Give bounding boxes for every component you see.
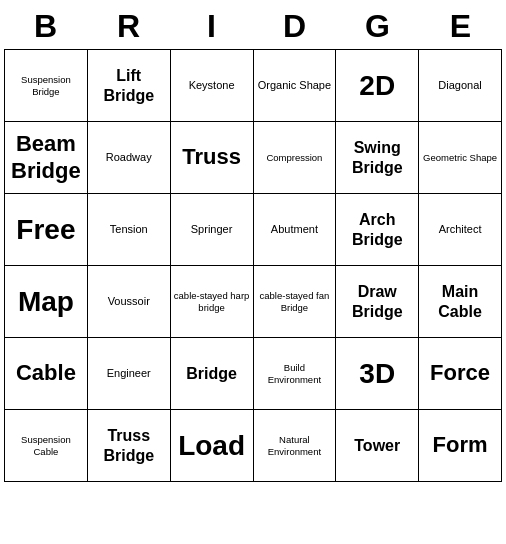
bingo-cell: Engineer <box>88 338 171 410</box>
cell-label: 2D <box>359 69 395 103</box>
cell-label: Force <box>430 360 490 386</box>
bingo-header: BRIDGE <box>4 4 502 49</box>
bingo-cell: Springer <box>171 194 254 266</box>
bingo-cell: Truss <box>171 122 254 194</box>
cell-label: Arch Bridge <box>339 210 415 248</box>
bingo-cell: Abutment <box>254 194 337 266</box>
header-B: B <box>4 4 87 49</box>
bingo-cell: 2D <box>336 50 419 122</box>
cell-label: cable-stayed fan Bridge <box>257 290 333 313</box>
cell-label: Voussoir <box>108 295 150 308</box>
cell-label: Map <box>18 285 74 319</box>
cell-label: Springer <box>191 223 233 236</box>
cell-label: Suspension Cable <box>8 434 84 457</box>
cell-label: Swing Bridge <box>339 138 415 176</box>
bingo-cell: Suspension Cable <box>5 410 88 482</box>
bingo-cell: Tension <box>88 194 171 266</box>
bingo-cell: Voussoir <box>88 266 171 338</box>
bingo-cell: Build Environment <box>254 338 337 410</box>
cell-label: Form <box>433 432 488 458</box>
cell-label: Roadway <box>106 151 152 164</box>
bingo-cell: Geometric Shape <box>419 122 502 194</box>
bingo-cell: Natural Environment <box>254 410 337 482</box>
bingo-cell: Tower <box>336 410 419 482</box>
bingo-cell: Suspension Bridge <box>5 50 88 122</box>
bingo-cell: Free <box>5 194 88 266</box>
header-D: D <box>253 4 336 49</box>
header-R: R <box>87 4 170 49</box>
bingo-cell: cable-stayed fan Bridge <box>254 266 337 338</box>
cell-label: cable-stayed harp bridge <box>174 290 250 313</box>
cell-label: Abutment <box>271 223 318 236</box>
cell-label: Tension <box>110 223 148 236</box>
bingo-cell: Force <box>419 338 502 410</box>
bingo-cell: Diagonal <box>419 50 502 122</box>
header-I: I <box>170 4 253 49</box>
cell-label: Keystone <box>189 79 235 92</box>
bingo-cell: Compression <box>254 122 337 194</box>
bingo-cell: Bridge <box>171 338 254 410</box>
bingo-cell: Architect <box>419 194 502 266</box>
cell-label: Natural Environment <box>257 434 333 457</box>
bingo-cell: Main Cable <box>419 266 502 338</box>
bingo-cell: Cable <box>5 338 88 410</box>
cell-label: Draw Bridge <box>339 282 415 320</box>
bingo-cell: Draw Bridge <box>336 266 419 338</box>
bingo-cell: Map <box>5 266 88 338</box>
bingo-cell: Load <box>171 410 254 482</box>
cell-label: Architect <box>439 223 482 236</box>
cell-label: Diagonal <box>438 79 481 92</box>
cell-label: Free <box>16 213 75 247</box>
cell-label: Cable <box>16 360 76 386</box>
header-G: G <box>336 4 419 49</box>
cell-label: Load <box>178 429 245 463</box>
cell-label: Suspension Bridge <box>8 74 84 97</box>
cell-label: Truss Bridge <box>91 426 167 464</box>
cell-label: Tower <box>354 436 400 455</box>
cell-label: Beam Bridge <box>8 131 84 184</box>
bingo-cell: Beam Bridge <box>5 122 88 194</box>
bingo-card: BRIDGE Suspension BridgeLift BridgeKeyst… <box>0 0 506 486</box>
bingo-cell: Roadway <box>88 122 171 194</box>
bingo-cell: Form <box>419 410 502 482</box>
cell-label: Build Environment <box>257 362 333 385</box>
bingo-cell: Keystone <box>171 50 254 122</box>
header-E: E <box>419 4 502 49</box>
cell-label: Compression <box>266 152 322 163</box>
cell-label: Organic Shape <box>258 79 331 92</box>
bingo-cell: Lift Bridge <box>88 50 171 122</box>
cell-label: Bridge <box>186 364 237 383</box>
bingo-cell: Arch Bridge <box>336 194 419 266</box>
cell-label: Engineer <box>107 367 151 380</box>
cell-label: Truss <box>182 144 241 170</box>
cell-label: 3D <box>359 357 395 391</box>
bingo-cell: 3D <box>336 338 419 410</box>
bingo-grid: Suspension BridgeLift BridgeKeystoneOrga… <box>4 49 502 482</box>
bingo-cell: Truss Bridge <box>88 410 171 482</box>
bingo-cell: Organic Shape <box>254 50 337 122</box>
cell-label: Lift Bridge <box>91 66 167 104</box>
bingo-cell: Swing Bridge <box>336 122 419 194</box>
bingo-cell: cable-stayed harp bridge <box>171 266 254 338</box>
cell-label: Main Cable <box>422 282 498 320</box>
cell-label: Geometric Shape <box>423 152 497 163</box>
